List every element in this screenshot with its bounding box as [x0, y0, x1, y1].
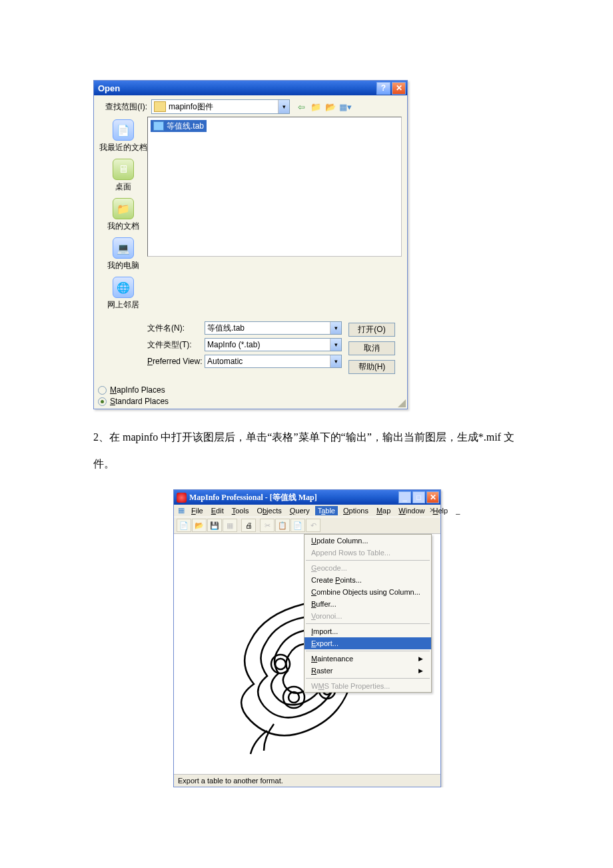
- sidebar-network[interactable]: 🌐网上邻居: [107, 277, 139, 311]
- filetype-select[interactable]: MapInfo (*.tab)▾: [205, 338, 342, 351]
- tb-undo-icon[interactable]: ↶: [306, 519, 320, 532]
- menu-options[interactable]: Options: [340, 506, 371, 515]
- maximize-icon[interactable]: □: [412, 491, 425, 503]
- views-icon[interactable]: ▦▾: [339, 101, 351, 113]
- mi-voronoi[interactable]: Voronoi...: [305, 610, 431, 622]
- menu-edit[interactable]: Edit: [209, 506, 227, 515]
- title-bar: Open ? ✕: [94, 81, 407, 95]
- close-icon[interactable]: ✕: [392, 82, 406, 95]
- tb-save-icon[interactable]: 💾: [207, 519, 222, 532]
- status-bar: Export a table to another format.: [174, 774, 440, 787]
- sidebar-desktop[interactable]: 🖥桌面: [113, 159, 134, 193]
- mdi-close-icon[interactable]: ✕: [426, 506, 438, 515]
- dialog-title: Open: [98, 83, 375, 93]
- tb-new-icon[interactable]: 📄: [177, 519, 191, 532]
- menu-tools[interactable]: Tools: [229, 506, 252, 515]
- places-radio-group: MapInfo Places Standard Places: [94, 383, 407, 409]
- sidebar-computer[interactable]: 💻我的电脑: [107, 237, 139, 271]
- map-canvas[interactable]: Update Column... Append Rows to Table...…: [174, 534, 440, 774]
- up-icon[interactable]: 📁: [310, 101, 322, 113]
- filename-label: 文件名(N):: [147, 323, 205, 334]
- file-item[interactable]: 等值线.tab: [151, 120, 207, 132]
- help-icon[interactable]: ?: [376, 82, 390, 95]
- look-in-label: 查找范围(I):: [99, 101, 151, 113]
- menu-separator: [306, 623, 430, 624]
- minimize-icon[interactable]: _: [398, 491, 411, 503]
- open-button[interactable]: 打开(O): [348, 323, 395, 337]
- body-text: 2、在 mapinfo 中打开该图层后，单击“表格”菜单下的“输出”，输出当前图…: [93, 424, 530, 477]
- mi-geocode[interactable]: Geocode...: [305, 562, 431, 574]
- radio-standard-places[interactable]: Standard Places: [98, 397, 403, 406]
- folder-icon: [154, 101, 166, 112]
- menu-map[interactable]: Map: [374, 506, 393, 515]
- mi-raster[interactable]: Raster▶: [305, 665, 431, 677]
- mapinfo-window: MapInfo Professional - [等值线 Map] _ □ ✕ ▦…: [173, 489, 441, 787]
- table-menu-dropdown: Update Column... Append Rows to Table...…: [304, 534, 432, 693]
- help-button[interactable]: 帮助(H): [348, 360, 395, 374]
- menu-more[interactable]: _: [453, 506, 462, 515]
- filename-input[interactable]: 等值线.tab▾: [205, 321, 342, 335]
- open-dialog: Open ? ✕ 查找范围(I): mapinfo图件 ▾ ⇦ 📁 📂 ▦▾ 📄…: [93, 80, 408, 409]
- mi-maintenance[interactable]: Maintenance▶: [305, 653, 431, 665]
- tb-print-icon[interactable]: 🖨: [241, 519, 256, 532]
- menu-table[interactable]: Table: [315, 506, 338, 515]
- mi-export[interactable]: Export...: [305, 637, 431, 649]
- mi-wms[interactable]: WMS Table Properties...: [305, 680, 431, 692]
- close-icon[interactable]: ✕: [426, 491, 439, 503]
- places-sidebar: 📄我最近的文档 🖥桌面 📁我的文档 💻我的电脑 🌐网上邻居: [99, 117, 147, 316]
- tb-saveall-icon[interactable]: ▦: [223, 519, 237, 532]
- dropdown-icon[interactable]: ▾: [330, 339, 341, 351]
- tb-open-icon[interactable]: 📂: [192, 519, 207, 532]
- menu-query[interactable]: Query: [287, 506, 312, 515]
- svg-point-1: [275, 659, 286, 669]
- menu-file[interactable]: File: [189, 506, 206, 515]
- mi-append-rows[interactable]: Append Rows to Table...: [305, 547, 431, 559]
- submenu-arrow-icon: ▶: [418, 655, 423, 662]
- mi-import[interactable]: Import...: [305, 625, 431, 637]
- tb-cut-icon[interactable]: ✂: [260, 519, 275, 532]
- look-in-value: mapinfo图件: [169, 101, 213, 113]
- sidebar-recent[interactable]: 📄我最近的文档: [99, 119, 147, 153]
- mdi-icon: ▦: [177, 506, 186, 515]
- menu-separator: [306, 678, 430, 679]
- app-title-bar: MapInfo Professional - [等值线 Map] _ □ ✕: [174, 490, 440, 505]
- dropdown-icon[interactable]: ▾: [278, 100, 289, 113]
- menu-window[interactable]: Window: [396, 506, 427, 515]
- mi-buffer[interactable]: Buffer...: [305, 598, 431, 610]
- back-icon[interactable]: ⇦: [295, 101, 307, 113]
- file-icon: [153, 121, 164, 131]
- dropdown-icon[interactable]: ▾: [330, 322, 341, 334]
- menu-separator: [306, 560, 430, 561]
- dropdown-icon[interactable]: ▾: [330, 355, 341, 367]
- app-logo-icon: [177, 493, 187, 503]
- menu-objects[interactable]: Objects: [254, 506, 284, 515]
- new-folder-icon[interactable]: 📂: [324, 101, 336, 113]
- prefview-label: Preferred View:: [147, 357, 205, 366]
- tb-paste-icon[interactable]: 📄: [291, 519, 305, 532]
- filetype-label: 文件类型(T):: [147, 339, 205, 351]
- radio-mapinfo-places[interactable]: MapInfo Places: [98, 385, 403, 395]
- submenu-arrow-icon: ▶: [418, 667, 423, 674]
- cancel-button[interactable]: 取消: [348, 341, 395, 355]
- prefview-select[interactable]: Automatic▾: [205, 355, 342, 368]
- menu-separator: [306, 651, 430, 651]
- app-title: MapInfo Professional - [等值线 Map]: [189, 492, 397, 503]
- sidebar-docs[interactable]: 📁我的文档: [107, 198, 139, 232]
- look-in-select[interactable]: mapinfo图件 ▾: [151, 99, 290, 114]
- mi-update-column[interactable]: Update Column...: [305, 535, 431, 547]
- mi-create-points[interactable]: Create Points...: [305, 574, 431, 586]
- tb-copy-icon[interactable]: 📋: [275, 519, 290, 532]
- menu-bar: ▦ File Edit Tools Objects Query Table Op…: [174, 505, 440, 517]
- toolbar: 📄 📂 💾 ▦ 🖨 ✂ 📋 📄 ↶: [174, 517, 440, 534]
- file-list[interactable]: 等值线.tab: [147, 117, 402, 257]
- nav-toolbar: ⇦ 📁 📂 ▦▾: [295, 101, 351, 113]
- mi-combine[interactable]: Combine Objects using Column...: [305, 586, 431, 598]
- resize-grip[interactable]: [398, 399, 406, 407]
